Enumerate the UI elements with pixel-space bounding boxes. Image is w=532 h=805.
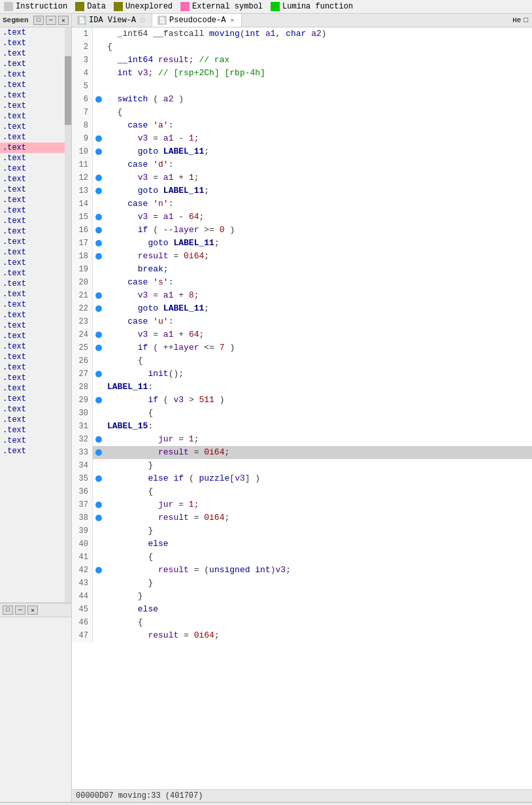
- tab-scroll-icon[interactable]: □: [524, 16, 528, 24]
- code-line[interactable]: 5: [72, 80, 532, 93]
- segment-item[interactable]: .text: [0, 320, 71, 331]
- segment-item[interactable]: .text: [0, 394, 71, 404]
- sidebar-scrollbar[interactable]: [65, 27, 71, 602]
- code-line[interactable]: 42 result = (unsigned int)v3;: [72, 564, 532, 577]
- segment-item[interactable]: .text: [0, 205, 71, 216]
- segment-item[interactable]: .text: [0, 132, 71, 143]
- code-line[interactable]: 33 result = 0i64;: [72, 446, 532, 459]
- segment-item[interactable]: .text: [0, 373, 71, 383]
- segment-item[interactable]: .text: [0, 352, 71, 362]
- segment-item[interactable]: .text: [0, 237, 71, 247]
- segment-item[interactable]: .text: [0, 184, 71, 195]
- segment-item[interactable]: .text: [0, 48, 71, 59]
- segment-item[interactable]: .text: [0, 216, 71, 226]
- segment-item[interactable]: .text: [0, 195, 71, 205]
- code-line[interactable]: 32 jur = 1;: [72, 433, 532, 446]
- code-line[interactable]: 25 if ( ++layer <= 7 ): [72, 341, 532, 354]
- code-line[interactable]: 24 v3 = a1 + 64;: [72, 328, 532, 341]
- segment-item[interactable]: .text: [0, 446, 71, 456]
- code-line[interactable]: 35 else if ( puzzle[v3] ): [72, 472, 532, 485]
- code-line[interactable]: 30 {: [72, 407, 532, 420]
- code-line[interactable]: 7 {: [72, 106, 532, 119]
- code-line[interactable]: 45 else: [72, 603, 532, 616]
- sidebar-bottom-close-btn[interactable]: ✕: [27, 606, 38, 615]
- code-line[interactable]: 15 v3 = a1 - 64;: [72, 211, 532, 224]
- segment-item[interactable]: .text: [0, 415, 71, 425]
- segment-item[interactable]: .text: [0, 331, 71, 341]
- code-line[interactable]: 43 }: [72, 577, 532, 590]
- code-line[interactable]: 10 goto LABEL_11;: [72, 145, 532, 158]
- code-line[interactable]: 38 result = 0i64;: [72, 511, 532, 524]
- segment-item[interactable]: .text: [0, 122, 71, 132]
- segment-item[interactable]: .text: [0, 163, 71, 174]
- segment-item[interactable]: .text: [0, 310, 71, 320]
- sidebar-bottom-restore-btn[interactable]: □: [3, 606, 13, 615]
- code-line[interactable]: 21 v3 = a1 + 8;: [72, 289, 532, 302]
- segment-item[interactable]: .text: [0, 153, 71, 163]
- code-line[interactable]: 2{: [72, 41, 532, 54]
- segment-item[interactable]: .text: [0, 268, 71, 279]
- tab-pseudo-close[interactable]: ✕: [228, 16, 236, 24]
- code-line[interactable]: 46 {: [72, 616, 532, 629]
- segment-item[interactable]: .text: [0, 27, 71, 38]
- code-line[interactable]: 34 }: [72, 459, 532, 472]
- code-line[interactable]: 9 v3 = a1 - 1;: [72, 132, 532, 145]
- code-line[interactable]: 26 {: [72, 354, 532, 368]
- code-line[interactable]: 4 int v3; // [rsp+2Ch] [rbp-4h]: [72, 67, 532, 80]
- code-line[interactable]: 23 case 'u':: [72, 315, 532, 328]
- code-line[interactable]: 14 case 'n':: [72, 197, 532, 211]
- code-line[interactable]: 17 goto LABEL_11;: [72, 237, 532, 250]
- code-line[interactable]: 44 }: [72, 590, 532, 603]
- code-line[interactable]: 6 switch ( a2 ): [72, 93, 532, 106]
- code-line[interactable]: 39 }: [72, 524, 532, 538]
- code-line[interactable]: 36 {: [72, 485, 532, 498]
- segment-item[interactable]: .text: [0, 404, 71, 415]
- segment-item[interactable]: .text: [0, 38, 71, 48]
- code-line[interactable]: 31LABEL_15:: [72, 420, 532, 433]
- code-line[interactable]: 16 if ( --layer >= 0 ): [72, 224, 532, 237]
- segment-item[interactable]: .text: [0, 383, 71, 394]
- tab-pseudocode[interactable]: 📄 Pseudocode-A ✕: [152, 14, 242, 27]
- tab-ida-view[interactable]: 📄 IDA View-A □: [72, 14, 152, 27]
- sidebar-restore-btn[interactable]: □: [33, 16, 44, 25]
- segment-item[interactable]: .text: [0, 174, 71, 184]
- segment-item[interactable]: .text: [0, 69, 71, 80]
- code-line[interactable]: 19 break;: [72, 263, 532, 276]
- code-line[interactable]: 1 _int64 __fastcall moving(int a1, char …: [72, 27, 532, 41]
- code-line[interactable]: 3 __int64 result; // rax: [72, 54, 532, 67]
- segment-item[interactable]: .text: [0, 258, 71, 268]
- code-line[interactable]: 22 goto LABEL_11;: [72, 302, 532, 315]
- sidebar-bottom-minimize-btn[interactable]: —: [15, 606, 25, 615]
- code-line[interactable]: 13 goto LABEL_11;: [72, 184, 532, 197]
- segment-item[interactable]: .text: [0, 247, 71, 258]
- segment-item[interactable]: .text: [0, 111, 71, 122]
- code-line[interactable]: 41 {: [72, 551, 532, 564]
- code-line[interactable]: 27 init();: [72, 368, 532, 381]
- segment-item[interactable]: .text: [0, 59, 71, 69]
- code-line[interactable]: 47 result = 0i64;: [72, 629, 532, 642]
- segment-item[interactable]: .text: [0, 279, 71, 289]
- code-line[interactable]: 8 case 'a':: [72, 119, 532, 132]
- code-line[interactable]: 29 if ( v3 > 511 ): [72, 394, 532, 407]
- sidebar-minimize-btn[interactable]: —: [46, 16, 56, 25]
- code-line[interactable]: 11 case 'd':: [72, 158, 532, 171]
- segment-list[interactable]: .text.text.text.text.text.text.text.text…: [0, 27, 71, 602]
- sidebar-close-btn[interactable]: ✕: [58, 16, 69, 25]
- code-view[interactable]: 1 _int64 __fastcall moving(int a1, char …: [72, 27, 532, 789]
- segment-item[interactable]: .text: [0, 101, 71, 111]
- segment-item[interactable]: .text: [0, 362, 71, 373]
- code-line[interactable]: 12 v3 = a1 + 1;: [72, 171, 532, 184]
- segment-item[interactable]: .text: [0, 226, 71, 237]
- segment-item[interactable]: .text: [0, 80, 71, 90]
- code-line[interactable]: 20 case 's':: [72, 276, 532, 289]
- segment-item[interactable]: .text: [0, 143, 71, 153]
- segment-item[interactable]: .text: [0, 300, 71, 310]
- sidebar-scrollbar-thumb[interactable]: [65, 56, 71, 125]
- code-line[interactable]: 37 jur = 1;: [72, 498, 532, 511]
- segment-item[interactable]: .text: [0, 289, 71, 300]
- segment-item[interactable]: .text: [0, 90, 71, 101]
- segment-item[interactable]: .text: [0, 425, 71, 436]
- segment-item[interactable]: .text: [0, 341, 71, 352]
- code-line[interactable]: 28LABEL_11:: [72, 381, 532, 394]
- code-line[interactable]: 40 else: [72, 538, 532, 551]
